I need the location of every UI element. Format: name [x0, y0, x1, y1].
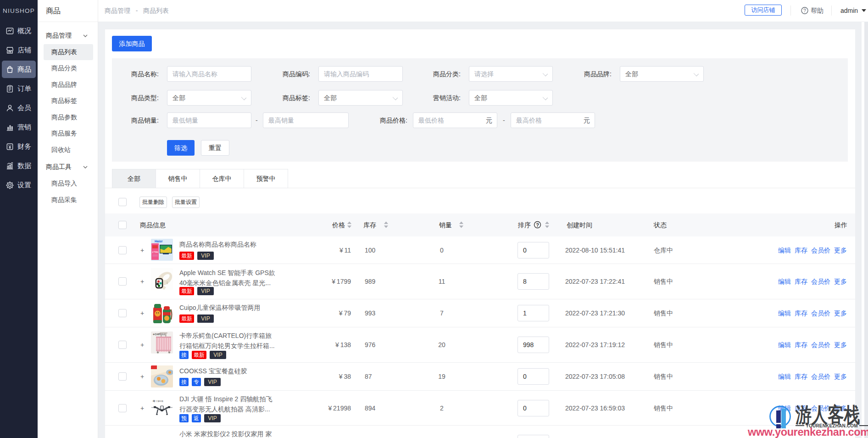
svg-text:dji: dji [153, 400, 155, 402]
svg-text:2799: 2799 [152, 251, 158, 253]
svg-text:?: ? [803, 8, 806, 13]
svg-text:?: ? [536, 222, 539, 228]
svg-text:大疆创新: 大疆创新 [156, 400, 163, 402]
svg-text:Haier: Haier [155, 240, 163, 243]
